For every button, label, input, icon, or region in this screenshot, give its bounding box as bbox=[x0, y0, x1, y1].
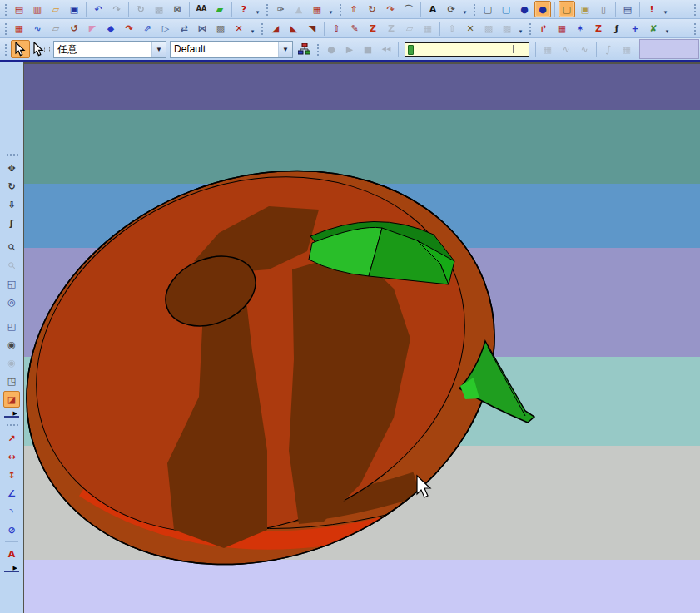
toolbar-grip[interactable] bbox=[528, 22, 532, 36]
toolbar-grip[interactable] bbox=[338, 2, 342, 17]
cylinder-display-icon[interactable]: ▯ bbox=[595, 1, 612, 17]
toolbar-grip[interactable] bbox=[3, 22, 7, 36]
new-file-icon[interactable]: ▤ bbox=[11, 1, 27, 17]
plane-combo[interactable]: Default▼ bbox=[170, 41, 293, 58]
display-toolbar-options[interactable]: ▾ bbox=[661, 1, 670, 18]
spline-icon[interactable]: ∫ bbox=[600, 41, 617, 57]
fillet-surface-icon[interactable]: ↷ bbox=[121, 20, 137, 37]
screen-lock-icon[interactable]: ⊠ bbox=[169, 1, 186, 17]
repaint-icon[interactable]: ◉ bbox=[3, 336, 20, 353]
help-select-icon[interactable]: ? bbox=[236, 1, 252, 17]
mesh-tool-icon[interactable]: ▦ bbox=[309, 1, 325, 17]
undo-icon[interactable]: ↶ bbox=[90, 1, 107, 17]
resolve-icon[interactable]: ✕ bbox=[462, 20, 479, 37]
angular-dimension-icon[interactable]: ∠ bbox=[3, 485, 20, 502]
cone-tool-icon[interactable]: ▲ bbox=[290, 1, 307, 17]
erase-icon[interactable]: ✘ bbox=[645, 20, 662, 37]
animate-icon[interactable]: ▦ bbox=[618, 41, 635, 57]
toolbar-grip[interactable] bbox=[472, 2, 476, 17]
text-icon[interactable]: A bbox=[424, 1, 441, 17]
untrim-surface-icon[interactable]: ✕ bbox=[231, 20, 247, 37]
cplane-icon[interactable]: ▰ bbox=[211, 1, 228, 17]
history-delete-icon[interactable]: ▦ bbox=[420, 20, 436, 37]
loft-icon[interactable]: ⌒ bbox=[400, 1, 417, 17]
zoom-extents-icon[interactable]: ⇩ bbox=[3, 196, 20, 213]
standard-toolbar-options[interactable]: ▾ bbox=[253, 1, 262, 18]
redo-icon[interactable]: ↷ bbox=[108, 1, 125, 17]
surfaces-toolbar-options[interactable]: ▾ bbox=[248, 20, 257, 37]
horizontal-dimension-icon[interactable]: ↔ bbox=[3, 448, 20, 465]
solids-toolbar-options[interactable]: ▾ bbox=[460, 1, 469, 18]
material-alert-icon[interactable]: ! bbox=[643, 1, 660, 17]
camera-icon[interactable]: ◉ bbox=[3, 354, 20, 371]
toolbar-grip[interactable] bbox=[3, 2, 7, 17]
plane-surface-icon[interactable]: ▱ bbox=[47, 20, 64, 37]
select-button[interactable] bbox=[11, 40, 30, 58]
layout-icon[interactable]: ▱ bbox=[401, 20, 418, 37]
solid-shell-icon[interactable]: ◥ bbox=[304, 20, 320, 37]
zoom-window-icon[interactable]: ⚲ bbox=[0, 254, 23, 277]
run-macro-icon[interactable]: ▦ bbox=[539, 41, 556, 57]
toolbar-grip[interactable] bbox=[260, 22, 264, 36]
offset-surface-icon[interactable]: ⇄ bbox=[176, 20, 192, 37]
draft-faces-icon[interactable]: ⇧ bbox=[328, 20, 345, 37]
revolve-icon[interactable]: ↻ bbox=[364, 1, 380, 17]
wireframe-color-icon[interactable]: ▢ bbox=[498, 1, 514, 17]
hidden-lines-icon[interactable]: ▢ bbox=[559, 1, 575, 17]
play-icon[interactable]: ▶ bbox=[341, 41, 358, 57]
display-options-icon[interactable]: ▤ bbox=[619, 1, 636, 17]
toolbar-grip[interactable] bbox=[693, 22, 697, 36]
viewport[interactable] bbox=[23, 62, 700, 613]
entity-filter-combo[interactable]: 任意▼ bbox=[53, 41, 166, 58]
thicken-icon[interactable]: Z bbox=[365, 20, 381, 37]
clear-colors-icon[interactable]: ◪ bbox=[3, 391, 20, 408]
import-file-icon[interactable]: ▥ bbox=[29, 1, 46, 17]
zoom-target-icon[interactable]: ◎ bbox=[3, 294, 20, 310]
corner-surface-icon[interactable]: ◤ bbox=[84, 20, 101, 37]
copy-screen-icon[interactable]: ▩ bbox=[151, 1, 167, 17]
diameter-dimension-icon[interactable]: ⊘ bbox=[3, 522, 20, 538]
dynamic-spin-icon[interactable]: ʃ bbox=[3, 215, 20, 231]
regenerate-icon[interactable]: ↻ bbox=[132, 1, 149, 17]
solid-chamfer-icon[interactable]: ◣ bbox=[285, 20, 302, 37]
vertical-dimension-icon[interactable]: ↕ bbox=[3, 467, 20, 483]
constraint-icon[interactable]: + bbox=[627, 20, 643, 37]
flat-boundary-icon[interactable]: ◆ bbox=[102, 20, 119, 37]
multi-view-icon[interactable]: ◳ bbox=[3, 373, 20, 389]
solids-edit-toolbar-options[interactable]: ▾ bbox=[516, 20, 525, 37]
translucent-icon[interactable]: ▣ bbox=[577, 1, 593, 17]
analyze-icon[interactable]: AA bbox=[193, 1, 210, 17]
level-manager-icon[interactable] bbox=[295, 41, 312, 57]
zoom-area-icon[interactable]: ◱ bbox=[3, 275, 20, 292]
function-icon[interactable]: ƒ bbox=[608, 20, 625, 37]
dropdown-arrow-icon[interactable]: ▼ bbox=[151, 42, 166, 57]
rotate-view-icon[interactable]: ↻ bbox=[3, 178, 20, 195]
extrude-icon[interactable]: ⇧ bbox=[345, 1, 362, 17]
extrude-cut-icon[interactable]: Z bbox=[590, 20, 607, 37]
shaded-edges-icon[interactable]: ● bbox=[534, 1, 551, 17]
toolbar-grip[interactable] bbox=[315, 42, 320, 57]
remove-faces-icon[interactable]: Z bbox=[383, 20, 400, 37]
trim-solid-icon[interactable]: ✎ bbox=[346, 20, 363, 37]
pan-icon[interactable]: ✥ bbox=[3, 160, 20, 176]
shaded-icon[interactable]: ● bbox=[516, 1, 533, 17]
select-grid-button[interactable] bbox=[32, 40, 51, 58]
bend-icon[interactable]: ↱ bbox=[535, 20, 552, 37]
extend-surface-icon[interactable]: ▷ bbox=[157, 20, 174, 37]
unzoom-icon[interactable]: ◰ bbox=[3, 318, 20, 334]
draft-surface-icon[interactable]: ⇗ bbox=[139, 20, 156, 37]
sketch-toolbar-options[interactable]: ▾ bbox=[326, 1, 335, 18]
xform-toolbar-options[interactable]: ▾ bbox=[663, 20, 672, 37]
toolbar-grip[interactable] bbox=[5, 423, 18, 427]
note-text-icon[interactable]: A bbox=[3, 546, 20, 562]
solid-fillet-icon[interactable]: ◢ bbox=[267, 20, 284, 37]
stamp-icon[interactable]: ⇧ bbox=[444, 20, 460, 37]
mirror-surface-icon[interactable]: ⋈ bbox=[194, 20, 211, 37]
split-surface-icon[interactable]: ▩ bbox=[212, 20, 229, 37]
page-copy-icon[interactable]: ▩ bbox=[480, 20, 497, 37]
box-primitive-icon[interactable]: ▦ bbox=[554, 20, 570, 37]
prompt-input[interactable] bbox=[405, 42, 529, 57]
record-icon[interactable]: ● bbox=[323, 41, 340, 57]
edit-curve2-icon[interactable]: ∿ bbox=[576, 41, 593, 57]
transform-icon[interactable]: ⟳ bbox=[443, 1, 459, 17]
